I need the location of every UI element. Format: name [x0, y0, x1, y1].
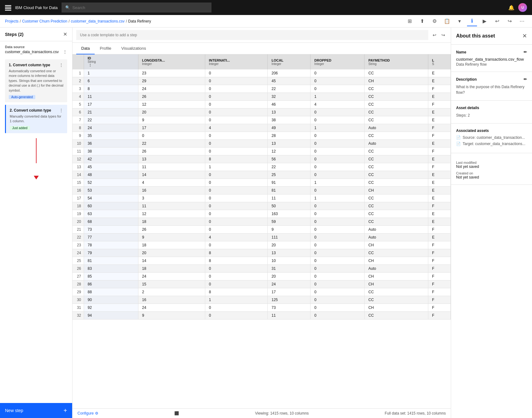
step-1-item[interactable]: 1. Convert column type ⋮ Automatically c…	[5, 59, 67, 102]
step-2-menu-btn[interactable]: ⋮	[59, 108, 63, 113]
name-section-label: Name	[456, 50, 466, 54]
associated-assets-section: Associated assets 📄 Source: customer_dat…	[451, 123, 532, 153]
col-header-last[interactable]: L S	[428, 54, 451, 69]
step-1-title: 1. Convert column type	[9, 63, 50, 67]
data-table: ID String ⋮ LONGDISTA... Integer INTERNA…	[72, 54, 451, 320]
table-row: 1036220130AutoE	[72, 140, 451, 148]
col-menu-id[interactable]: ⋮	[88, 63, 92, 68]
breadcrumb: Projects / Customer Churn Prediction / c…	[0, 15, 532, 28]
timestamps-section: Last modified Not yet saved Created on N…	[451, 153, 532, 185]
table-row: 329490110CCF	[72, 312, 451, 320]
data-source-label: Data source	[5, 45, 67, 49]
asset-details-section: Asset details Steps: 2	[451, 101, 532, 123]
info-btn[interactable]: ℹ	[467, 16, 477, 26]
schedule-btn[interactable]: 📋	[442, 16, 452, 26]
run-btn[interactable]: ▶	[480, 16, 490, 26]
code-template-input[interactable]	[76, 30, 428, 40]
svg-rect-3	[5, 10, 11, 11]
left-sidebar: Steps (2) ✕ Data source customer_data_tr…	[0, 28, 72, 418]
undo-btn[interactable]: ↩	[492, 16, 502, 26]
table-row: 2683180310AutoF	[72, 265, 451, 273]
breadcrumb-projects[interactable]: Projects	[5, 19, 18, 23]
new-step-label: New step	[5, 408, 23, 413]
col-header-internati[interactable]: INTERNATI... Integer	[205, 54, 268, 69]
table-row: 2785240200CHF	[72, 273, 451, 280]
data-source-menu-btn[interactable]: ⋮	[63, 49, 67, 54]
step-2-desc: Manually converted data types for 1 colu…	[10, 114, 63, 124]
asset-name: customer_data_transactions.csv_flow	[456, 57, 527, 62]
configure-btn[interactable]: Configure ⚙	[77, 411, 98, 415]
table-row: 2581148100CHF	[72, 257, 451, 265]
breadcrumb-current: Data Refinery	[128, 19, 151, 23]
description-section: Description ✏ What is the purpose of thi…	[451, 72, 532, 101]
undo-step-btn[interactable]: ↩	[431, 31, 438, 39]
sidebar-close-btn[interactable]: ✕	[63, 31, 67, 37]
col-header-paymethod[interactable]: PAYMETHOD String	[365, 54, 428, 69]
table-row: 1242138560CCE	[72, 155, 451, 163]
table-row: 2886150240CHF	[72, 280, 451, 288]
redo-step-btn[interactable]: ↪	[440, 31, 447, 39]
table-row: 2068180590CCE	[72, 218, 451, 226]
col-header-id[interactable]: ID String ⋮	[84, 54, 138, 69]
main-layout: Steps (2) ✕ Data source customer_data_tr…	[0, 28, 532, 418]
search-input[interactable]	[72, 5, 208, 10]
step-1-badge: Auto-generated	[9, 95, 35, 99]
avatar[interactable]: U	[518, 3, 527, 12]
sidebar-content: Data source customer_data_transactions.c…	[0, 41, 72, 403]
table-bottom-bar: Configure ⚙ ⬛ Viewing: 1415 rows, 10 col…	[72, 408, 451, 418]
source-asset-text: Source: customer_data_transaction...	[463, 135, 525, 140]
step-2-title: 2. Convert column type	[10, 108, 51, 113]
new-step-button[interactable]: New step +	[0, 403, 72, 418]
step-2-item[interactable]: 2. Convert column type ⋮ Manually conver…	[5, 105, 67, 133]
tab-data[interactable]: Data	[76, 43, 95, 54]
breadcrumb-project-name[interactable]: Customer Churn Prediction	[22, 19, 67, 23]
notifications-icon[interactable]: 🔔	[507, 3, 516, 12]
more-options-btn[interactable]: ⋯	[517, 16, 527, 26]
tab-profile[interactable]: Profile	[95, 43, 116, 54]
step-1-menu-btn[interactable]: ⋮	[59, 63, 63, 68]
redo-btn[interactable]: ↪	[505, 16, 515, 26]
col-header-local[interactable]: LOCAL Integer	[268, 54, 311, 69]
col-header-dropped[interactable]: DROPPED Integer	[311, 54, 365, 69]
right-panel-header: About this asset ✕	[451, 28, 532, 45]
svg-rect-0	[5, 5, 11, 6]
breadcrumb-sep-2: /	[68, 19, 69, 23]
asset-steps: Steps: 2	[456, 113, 527, 118]
table-row: 19631201630CCE	[72, 210, 451, 218]
source-asset-item: 📄 Source: customer_data_transaction...	[456, 135, 527, 140]
right-panel-close-btn[interactable]: ✕	[522, 33, 527, 39]
settings-btn[interactable]: ⚙	[430, 16, 440, 26]
name-section: Name ✏ customer_data_transactions.csv_fl…	[451, 45, 532, 72]
description-edit-icon[interactable]: ✏	[524, 77, 527, 82]
table-row: 3192240730CHF	[72, 304, 451, 312]
table-row: 2378180200CHF	[72, 241, 451, 249]
global-search-bar[interactable]: 🔍	[62, 3, 211, 13]
center-content: ↩ ↪ Data Profile Visualizations ID Strin…	[72, 28, 451, 418]
breadcrumb-file[interactable]: customer_data_transactions.csv	[71, 19, 125, 23]
top-nav: IBM Cloud Pak for Data 🔍 🔔 U	[0, 0, 532, 15]
table-row: 175430111CCE	[72, 194, 451, 202]
nav-actions: 🔔 U	[507, 3, 527, 12]
configure-label: Configure	[77, 411, 94, 415]
name-edit-icon[interactable]: ✏	[524, 50, 527, 54]
scroll-indicator-bar: ⬛	[174, 411, 179, 415]
data-source-section: Data source customer_data_transactions.c…	[5, 45, 67, 54]
asset-details-label: Asset details	[456, 106, 527, 110]
target-asset-item: 📄 Target: customer_data_transactions...	[456, 142, 527, 146]
table-row: 517120464CCF	[72, 101, 451, 108]
col-header-longdista[interactable]: LONGDISTA... Integer	[138, 54, 205, 69]
code-template-bar: ↩ ↪	[72, 28, 451, 43]
table-row: 38240220CCF	[72, 85, 451, 93]
table-row: 1138260120CCF	[72, 148, 451, 155]
dropdown-btn[interactable]: ▾	[455, 16, 465, 26]
upload-btn[interactable]: ⬆	[417, 16, 427, 26]
right-panel-title: About this asset	[456, 33, 495, 39]
table-row: 217326090AutoF	[72, 226, 451, 234]
viewing-text: Viewing: 1415 rows, 10 columns	[255, 411, 309, 415]
table-row: 411260321CCE	[72, 93, 451, 101]
tab-visualizations[interactable]: Visualizations	[116, 43, 151, 54]
breadcrumb-sep-1: /	[20, 19, 21, 23]
step-1-desc: Automatically converted one or more colu…	[9, 69, 63, 93]
grid-view-btn[interactable]: ⊞	[405, 16, 415, 26]
scroll-indicator	[5, 136, 67, 182]
